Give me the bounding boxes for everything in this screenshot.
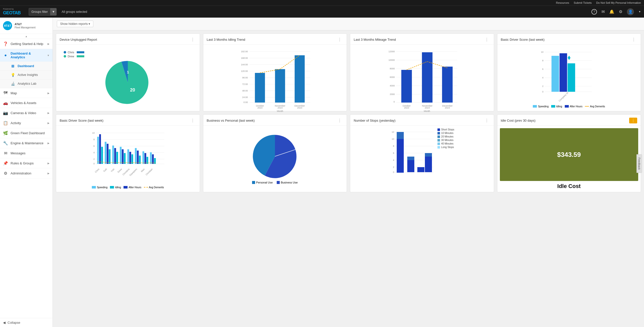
sidebar-sub-item-analytics-lab[interactable]: 🔬 Analytics Lab — [0, 79, 53, 88]
card-title: Business vs Personal (last week) — [207, 119, 255, 122]
sidebar: AT&T AT&T Fleet Management ▲ ❓ Getting S… — [0, 18, 53, 327]
legend-10min: 10 Minutes — [437, 132, 454, 134]
sidebar-item-cameras-video[interactable]: 📷 Cameras & Video ▶ — [0, 108, 53, 118]
resources-link[interactable]: Resources — [556, 1, 569, 4]
card-driver-score-1: Basic Driver Score (last week) ⋮ 10 8 6 … — [497, 33, 641, 111]
settings-icon[interactable]: ⚙ — [619, 9, 622, 14]
bar-10min-2 — [407, 157, 414, 160]
bar — [127, 149, 129, 164]
card-menu-button[interactable]: ⋮ — [336, 118, 343, 123]
bvp-legend: Personal Use Business Use — [252, 181, 298, 184]
card-body: Personal Use Business Use — [203, 126, 347, 192]
sidebar-item-administration[interactable]: ⚙ Administration ▶ — [0, 168, 53, 178]
sidebar-item-green-fleet[interactable]: 🌿 Green Fleet Dashboard — [0, 128, 53, 138]
pie-chart-container: Chris Drew — [59, 51, 197, 105]
sidebar-item-getting-started[interactable]: ❓ Getting Started & Help ▶ — [0, 39, 53, 49]
x-label-yuki: Yuki — [110, 168, 115, 172]
card-header: Basic Driver Score (last week) ⋮ — [56, 115, 200, 126]
getting-started-icon: ❓ — [3, 41, 8, 46]
bar — [107, 144, 108, 164]
card-menu-button[interactable]: ⋮ — [189, 37, 196, 42]
sidebar-item-label: Cameras & Video — [11, 111, 45, 115]
bar — [116, 152, 118, 164]
legend-avg-demerits-label: Avg Demerits — [149, 186, 164, 189]
card-menu-button[interactable]: ⋮ — [483, 37, 490, 42]
card-stops: Number of Stops (yesterday) ⋮ 12 10 8 6 … — [350, 114, 494, 192]
show-hidden-reports-button[interactable]: Show hidden reports ▾ — [57, 21, 93, 27]
bar-nov — [275, 69, 285, 103]
chevron-down-icon: ▼ — [47, 54, 50, 57]
y-label: 8 — [542, 59, 543, 62]
analytics-lab-icon: 🔬 — [11, 82, 15, 86]
y-label: 10 — [541, 51, 543, 53]
y-label: 120:00 — [241, 70, 248, 72]
bar — [135, 148, 137, 164]
sidebar-sub-item-active-insights[interactable]: 💡 Active Insights — [0, 71, 53, 79]
legend-personal-use-label: Personal Use — [256, 181, 273, 184]
card-menu-button[interactable]: ⋮ — [629, 118, 637, 123]
user-avatar[interactable]: 👤 — [627, 8, 634, 15]
y-label: 24:00 — [242, 96, 248, 99]
bar — [122, 149, 124, 164]
legend-avg-demerits: Avg Demerits — [144, 186, 164, 189]
feedback-tab[interactable]: Feedback — [636, 154, 642, 173]
submit-tickets-link[interactable]: Submit Tickets — [574, 1, 592, 4]
dashboard-label: Dashboard — [18, 64, 34, 68]
dashboard-grid: Device Unplugged Report ⋮ Chris — [53, 30, 644, 195]
sidebar-item-dashboard-analytics[interactable]: ● Dashboard & Analytics ▼ — [0, 49, 53, 62]
bar — [129, 152, 131, 164]
sidebar-item-messages[interactable]: ✉ Messages — [0, 148, 53, 158]
pie-label-chris: 1 — [127, 70, 129, 74]
y-label: 0 — [93, 162, 95, 165]
chevron-right-icon: ▶ — [48, 122, 50, 124]
sidebar-item-rules-groups[interactable]: 📌 Rules & Groups ▶ — [0, 158, 53, 168]
y-label: 8000 — [390, 67, 395, 70]
do-not-sell-link[interactable]: Do Not Sell My Personal Information — [596, 1, 641, 4]
bvp-pie-chart — [252, 134, 298, 179]
legend-long-stops-icon — [437, 146, 440, 149]
card-driver-score-2: Basic Driver Score (last week) ⋮ 10 8 6 … — [56, 114, 200, 192]
legend-after-hours-icon — [124, 186, 128, 189]
y-label: 6 — [93, 145, 95, 147]
sidebar-item-engine-maintenance[interactable]: 🔧 Engine & Maintenance ▶ — [0, 138, 53, 148]
legend-speeding-label: Speeding — [538, 105, 548, 108]
card-menu-button[interactable]: ⋮ — [630, 37, 637, 42]
messages-icon: ✉ — [3, 151, 8, 156]
idling-trend-chart: 192:00 168:00 144:00 120:00 96:00 72:00 … — [206, 48, 344, 108]
sidebar-item-activity[interactable]: 📋 Activity ▶ — [0, 118, 53, 128]
user-dropdown-arrow[interactable]: ▼ — [638, 10, 641, 13]
sidebar-item-label: Rules & Groups — [11, 161, 45, 165]
y-label: 168:00 — [241, 57, 248, 59]
card-body: Chris Drew — [56, 45, 200, 111]
collapse-arrow-icon: ◀ — [3, 321, 6, 324]
sidebar-item-label: Administration — [11, 171, 45, 175]
collapse-button[interactable]: ◀ Collapse — [0, 318, 53, 327]
sidebar-sub-item-dashboard[interactable]: ⊞ Dashboard — [0, 62, 53, 71]
main-header: Show hidden reports ▾ — [53, 18, 644, 30]
bar-dec — [442, 67, 453, 103]
groups-filter-dropdown[interactable]: ▼ — [50, 8, 56, 15]
notifications-icon[interactable]: 🔔 — [609, 9, 614, 14]
y-label: 0:00 — [243, 101, 248, 104]
y-label: 2000 — [390, 93, 395, 96]
card-title: Last 3 Months Idling Trend — [207, 38, 245, 41]
help-icon[interactable]: ? — [591, 9, 597, 15]
card-menu-button[interactable]: ⋮ — [483, 118, 490, 123]
bar-dec — [295, 55, 305, 103]
messages-icon[interactable]: ✉ — [601, 9, 605, 14]
card-menu-button[interactable]: ⋮ — [336, 37, 343, 42]
sidebar-item-map[interactable]: 🗺 Map ▶ — [0, 88, 53, 98]
card-header: Last 3 Months Idling Trend ⋮ — [203, 34, 347, 45]
card-menu-button[interactable]: ⋮ — [189, 118, 196, 123]
sidebar-scroll-indicator[interactable]: ▲ — [0, 34, 53, 39]
legend-20min-icon — [437, 135, 440, 138]
administration-icon: ⚙ — [3, 171, 8, 176]
groups-filter[interactable]: Groups filter ▼ — [29, 8, 57, 16]
legend-30min: 30 Minutes — [437, 139, 454, 142]
stops-chart: 12 10 8 6 4 2 0 — [390, 128, 435, 183]
card-device-unplugged: Device Unplugged Report ⋮ Chris — [56, 33, 200, 111]
stops-legend: Short Stops 10 Minutes 20 Minutes 3 — [437, 128, 454, 149]
legend-short-stops-icon — [437, 128, 440, 131]
card-title: Number of Stops (yesterday) — [354, 119, 395, 122]
sidebar-item-vehicles-assets[interactable]: 🚗 Vehicles & Assets — [0, 98, 53, 108]
